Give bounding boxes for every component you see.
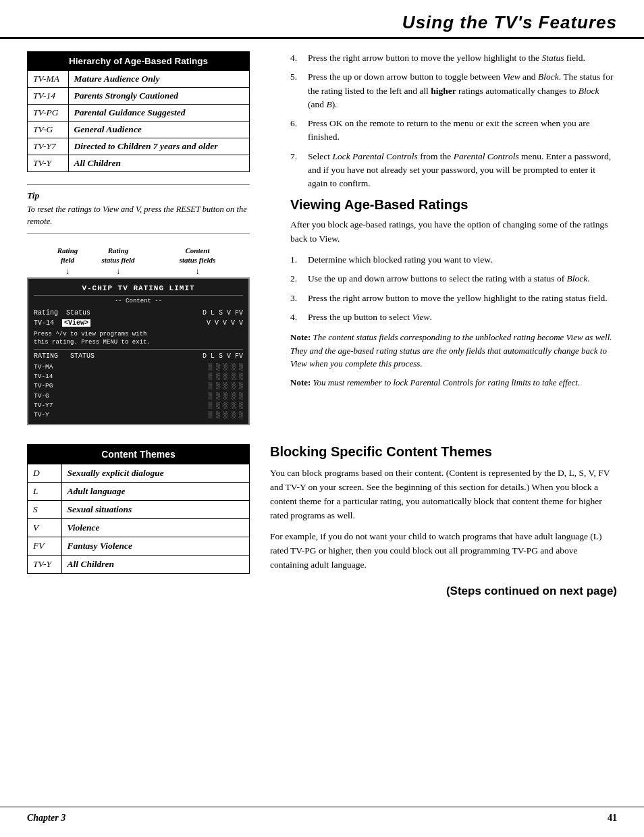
- theme-code: TV-Y: [28, 556, 61, 574]
- tv-view-highlight: <View>: [62, 319, 90, 327]
- table-row: TV-MA Mature Audience Only: [28, 71, 249, 88]
- content-themes-header: Content Themes: [28, 445, 249, 464]
- tv-list-row: TV-PG░ ░ ░ ░ ░: [34, 381, 243, 391]
- table-row: V Violence: [28, 519, 249, 537]
- rating-code: TV-MA: [28, 71, 68, 88]
- diagram-label-content-status: Contentstatus fields: [145, 246, 250, 265]
- theme-code: L: [28, 483, 61, 501]
- tip-title: Tip: [27, 190, 250, 201]
- viewing-section-title: Viewing Age-Based Ratings: [290, 197, 617, 213]
- blocking-section: Blocking Specific Content Themes You can…: [270, 444, 617, 597]
- table-row: FV Fantasy Violence: [28, 537, 249, 556]
- tip-body: To reset the ratings to View and V, pres…: [27, 204, 250, 227]
- upper-content-area: Hierarchy of Age-Based Ratings TV-MA Mat…: [0, 39, 644, 425]
- rating-description: All Children: [68, 155, 249, 172]
- table-row: TV-Y All Children: [28, 556, 249, 574]
- tv-screen: V-CHIP TV RATING LIMIT -- Content -- Rat…: [27, 277, 250, 426]
- list-item: 2. Use the up and down arrow buttons to …: [290, 272, 617, 286]
- table-row: TV-14 Parents Strongly Cautioned: [28, 88, 249, 105]
- tv-list-row: TV-Y7░ ░ ░ ░ ░: [34, 401, 243, 410]
- rating-code: TV-Y: [28, 155, 68, 172]
- tv-header-row: Rating Status D L S V FV: [34, 308, 243, 318]
- tv-list-row: TV-G░ ░ ░ ░ ░: [34, 392, 243, 401]
- list-item: 4. Press the right arrow button to move …: [290, 51, 617, 65]
- note-block-2: Note: You must remember to lock Parental…: [290, 376, 617, 389]
- rating-code: TV-14: [28, 88, 68, 105]
- chapter-label: Chapter 3: [27, 813, 65, 824]
- tv-list-row: TV-MA░ ░ ░ ░ ░: [34, 362, 243, 372]
- table-row: D Sexually explicit dialogue: [28, 464, 249, 483]
- rating-description: Parents Strongly Cautioned: [68, 88, 249, 105]
- list-item: 6. Press OK on the remote to return to t…: [290, 117, 617, 144]
- lower-content-area: Content Themes D Sexually explicit dialo…: [0, 432, 644, 597]
- arrow-rating: ↓: [44, 267, 91, 277]
- ratings-table: Hierarchy of Age-Based Ratings TV-MA Mat…: [27, 51, 250, 172]
- tv-list-row: TV-Y░ ░ ░ ░ ░: [34, 410, 243, 420]
- tv-list-header: RATING STATUS D L S V FV: [34, 351, 243, 361]
- ratings-table-header: Hierarchy of Age-Based Ratings: [28, 52, 249, 70]
- table-row: L Adult language: [28, 483, 249, 501]
- theme-code: S: [28, 501, 61, 519]
- page-title: Using the TV's Features: [27, 12, 617, 33]
- theme-code: FV: [28, 537, 61, 556]
- ratings-table-body: TV-MA Mature Audience Only TV-14 Parents…: [28, 70, 249, 171]
- list-item: 1. Determine which blocked rating you wa…: [290, 253, 617, 267]
- rating-code: TV-Y7: [28, 138, 68, 155]
- note-block-1: Note: The content status fields correspo…: [290, 331, 617, 371]
- tv-screen-title: V-CHIP TV RATING LIMIT: [34, 283, 243, 296]
- left-column: Hierarchy of Age-Based Ratings TV-MA Mat…: [27, 51, 270, 425]
- rating-code: TV-PG: [28, 105, 68, 122]
- table-row: TV-Y All Children: [28, 155, 249, 172]
- page-number: 41: [608, 813, 617, 824]
- list-item: 7. Select Lock Parental Controls from th…: [290, 150, 617, 191]
- tv-current-row: TV-14 <View> V V V V V: [34, 318, 243, 328]
- rating-description: Parental Guidance Suggested: [68, 105, 249, 122]
- theme-description: Violence: [61, 519, 249, 537]
- theme-code: D: [28, 464, 61, 483]
- tv-ratings-list: TV-MA░ ░ ░ ░ ░ TV-14░ ░ ░ ░ ░ TV-PG░ ░ ░…: [34, 362, 243, 421]
- tv-screen-subtitle: -- Content --: [34, 297, 243, 306]
- theme-description: Adult language: [61, 483, 249, 501]
- blocking-section-title: Blocking Specific Content Themes: [270, 444, 617, 460]
- list-item: 4. Press the up button to select View.: [290, 310, 617, 324]
- table-row: TV-Y7 Directed to Children 7 years and o…: [28, 138, 249, 155]
- rating-description: General Audience: [68, 122, 249, 138]
- page-header: Using the TV's Features: [0, 0, 644, 39]
- list-item: 3. Press the right arrow button to move …: [290, 292, 617, 305]
- right-column-upper: 4. Press the right arrow button to move …: [290, 51, 617, 425]
- tv-list-row: TV-14░ ░ ░ ░ ░: [34, 372, 243, 381]
- theme-code: V: [28, 519, 61, 537]
- viewing-section: Viewing Age-Based Ratings After you bloc…: [290, 197, 617, 389]
- upper-steps-list: 4. Press the right arrow button to move …: [290, 51, 617, 190]
- theme-description: Sexual situations: [61, 501, 249, 519]
- theme-description: Sexually explicit dialogue: [61, 464, 249, 483]
- tip-section: Tip To reset the ratings to View and V, …: [27, 184, 250, 234]
- theme-description: All Children: [61, 556, 249, 574]
- blocking-para-2: For example, if you do not want your chi…: [270, 530, 617, 572]
- content-themes-body: D Sexually explicit dialogue L Adult lan…: [28, 464, 249, 573]
- table-row: TV-PG Parental Guidance Suggested: [28, 105, 249, 122]
- viewing-section-intro: After you block age-based ratings, you h…: [290, 218, 617, 246]
- page-footer: Chapter 3 41: [0, 807, 644, 824]
- tv-message: Press ^/v to view programs withthis rati…: [34, 330, 243, 347]
- tv-screen-container: Ratingfield Ratingstatus field Contentst…: [27, 246, 250, 425]
- viewing-steps-list: 1. Determine which blocked rating you wa…: [290, 253, 617, 324]
- steps-continued: (Steps continued on next page): [270, 585, 617, 598]
- blocking-para-1: You can block programs based on their co…: [270, 466, 617, 523]
- content-themes-table: Content Themes D Sexually explicit dialo…: [27, 444, 250, 574]
- list-item: 5. Press the up or down arrow button to …: [290, 70, 617, 111]
- arrow-content: ↓: [145, 267, 250, 277]
- table-row: TV-G General Audience: [28, 122, 249, 138]
- rating-description: Directed to Children 7 years and older: [68, 138, 249, 155]
- table-row: S Sexual situations: [28, 501, 249, 519]
- arrow-status: ↓: [91, 267, 145, 277]
- theme-description: Fantasy Violence: [61, 537, 249, 556]
- rating-description: Mature Audience Only: [68, 71, 249, 88]
- diagram-label-rating-status: Ratingstatus field: [91, 246, 145, 265]
- rating-code: TV-G: [28, 122, 68, 138]
- diagram-label-rating-field: Ratingfield: [44, 246, 91, 265]
